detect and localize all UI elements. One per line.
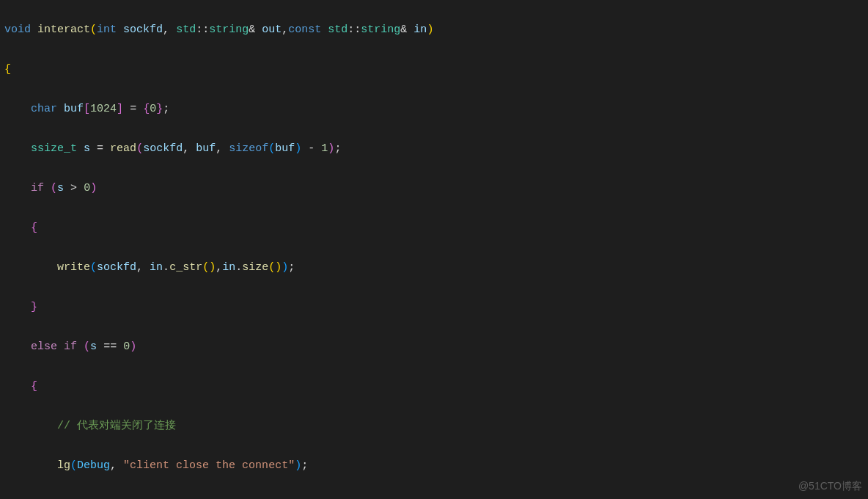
- code-line: void interact(int sockfd, std::string& o…: [4, 20, 864, 40]
- code-line: {: [4, 376, 864, 396]
- code-line: }: [4, 495, 864, 499]
- code-line: {: [4, 218, 864, 238]
- code-line: ssize_t s = read(sockfd, buf, sizeof(buf…: [4, 139, 864, 159]
- code-editor[interactable]: void interact(int sockfd, std::string& o…: [0, 0, 868, 499]
- code-line: write(sockfd, in.c_str(),in.size());: [4, 258, 864, 277]
- code-line: lg(Debug, "client close the connect");: [4, 456, 864, 476]
- watermark-text: @51CTO博客: [798, 476, 862, 496]
- code-line: }: [4, 297, 864, 317]
- code-line: char buf[1024] = {0};: [4, 99, 864, 119]
- code-line: {: [4, 59, 864, 79]
- code-line: else if (s == 0): [4, 337, 864, 357]
- code-line: if (s > 0): [4, 178, 864, 198]
- code-line: // 代表对端关闭了连接: [4, 416, 864, 436]
